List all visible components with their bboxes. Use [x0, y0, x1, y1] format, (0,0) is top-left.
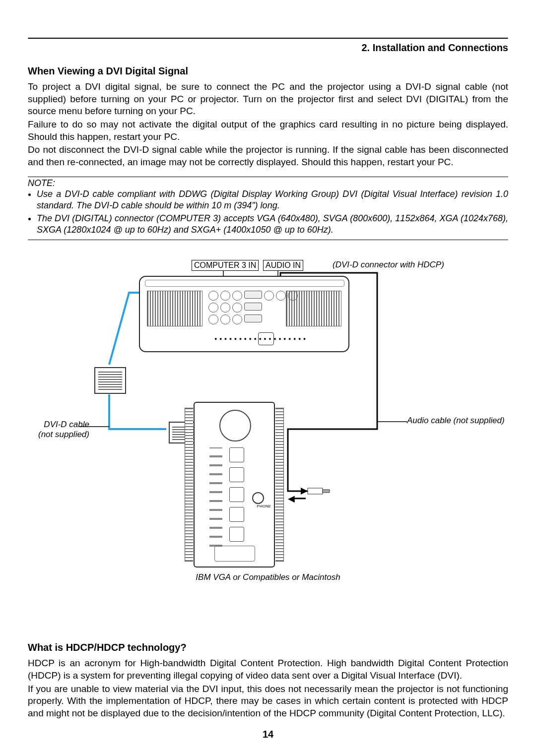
paragraph: HDCP is an acronym for High-bandwidth Di…	[28, 657, 508, 682]
note-label: NOTE:	[28, 178, 508, 189]
diagram-caption: IBM VGA or Compatibles or Macintosh	[28, 572, 508, 582]
paragraph: Failure to do so may not activate the di…	[28, 119, 508, 143]
note-item: The DVI (DIGITAL) connector (COMPUTER 3)…	[37, 213, 508, 236]
projector-illustration: ● ● ● ● ● ● ● ● ● ● ● ● ● ● ● ● ● ● ●	[139, 276, 349, 352]
dvid-cable-label-line2: (not supplied)	[38, 430, 89, 439]
dvid-cable-label-line1: DVI-D cable	[44, 420, 89, 429]
note-block: NOTE: Use a DVI-D cable compliant with D…	[28, 177, 508, 241]
svg-rect-6	[323, 490, 330, 493]
paragraph: Do not disconnect the DVI-D signal cable…	[28, 144, 508, 168]
svg-rect-5	[308, 488, 323, 494]
note-item: Use a DVI-D cable compliant with DDWG (D…	[37, 189, 508, 212]
section-heading-dvi: When Viewing a DVI Digital Signal	[28, 65, 508, 77]
chapter-header: 2. Installation and Connections	[28, 42, 508, 54]
computer3in-label: COMPUTER 3 IN	[192, 260, 259, 271]
audioin-label: AUDIO IN	[263, 260, 303, 271]
section-heading-hdcp: What is HDCP/HDCP technology?	[28, 642, 508, 653]
phone-port-label: PHONE	[257, 504, 271, 508]
audio-cable-label: Audio cable (not supplied)	[407, 416, 505, 426]
connection-diagram: COMPUTER 3 IN AUDIO IN (DVI-D connector …	[30, 263, 506, 570]
dvid-cable-label: DVI-D cable (not supplied)	[35, 420, 89, 440]
manual-page: 2. Installation and Connections When Vie…	[0, 0, 536, 756]
paragraph: To project a DVI digital signal, be sure…	[28, 81, 508, 118]
page-number: 14	[0, 729, 536, 740]
hdcp-section: What is HDCP/HDCP technology? HDCP is an…	[28, 642, 508, 719]
dvid-connector-label: (DVI-D connector with HDCP)	[333, 260, 444, 270]
paragraph: If you are unable to view material via t…	[28, 683, 508, 720]
header-rule	[28, 38, 508, 39]
note-list: Use a DVI-D cable compliant with DDWG (D…	[28, 189, 508, 236]
pc-tower-illustration: ◀━━ PHONE	[194, 402, 275, 567]
dvi-connector-icon	[94, 367, 126, 394]
